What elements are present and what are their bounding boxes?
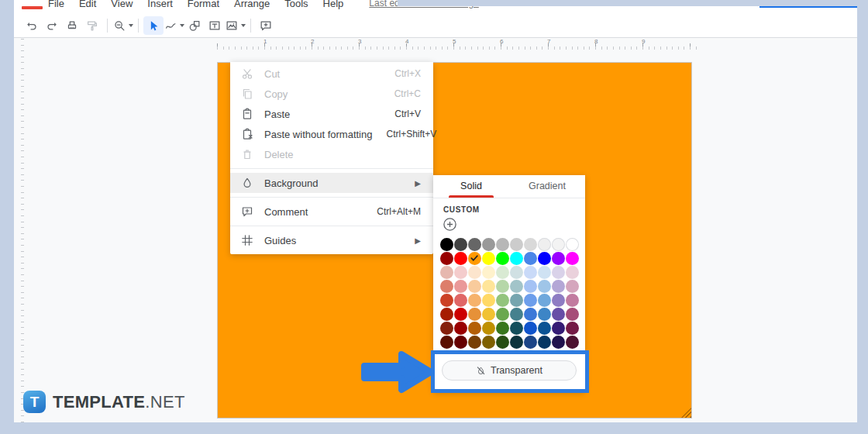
color-swatch[interactable]	[454, 280, 467, 293]
color-swatch[interactable]	[538, 266, 551, 279]
color-swatch[interactable]	[496, 252, 509, 265]
color-swatch[interactable]	[538, 308, 551, 321]
canvas-resize-grip[interactable]	[681, 408, 691, 418]
image-button[interactable]	[225, 16, 246, 35]
color-swatch[interactable]	[440, 238, 453, 251]
transparent-button[interactable]: Transparent	[442, 360, 577, 381]
color-swatch[interactable]	[440, 294, 453, 307]
line-button[interactable]	[164, 16, 184, 35]
select-button[interactable]	[143, 16, 164, 35]
context-menu-item-background[interactable]: Background▶	[230, 173, 433, 193]
context-menu-item-paste[interactable]: PasteCtrl+V	[230, 104, 433, 124]
color-swatch[interactable]	[496, 336, 509, 349]
color-swatch[interactable]	[566, 322, 579, 335]
color-swatch[interactable]	[510, 238, 523, 251]
color-swatch[interactable]	[552, 336, 565, 349]
redo-button[interactable]	[42, 16, 62, 35]
color-swatch[interactable]	[468, 308, 481, 321]
color-swatch[interactable]	[524, 266, 537, 279]
color-swatch[interactable]	[524, 238, 537, 251]
comment-button[interactable]	[256, 16, 276, 35]
tab-gradient[interactable]: Gradient	[509, 175, 585, 198]
color-swatch[interactable]	[468, 238, 481, 251]
color-swatch[interactable]	[454, 252, 467, 265]
color-swatch[interactable]	[552, 308, 565, 321]
color-swatch[interactable]	[482, 322, 495, 335]
color-swatch[interactable]	[566, 308, 579, 321]
color-swatch[interactable]	[468, 336, 481, 349]
print-button[interactable]	[62, 16, 82, 35]
color-swatch[interactable]	[482, 266, 495, 279]
color-swatch[interactable]	[482, 252, 495, 265]
context-menu-item-paste-without-formatting[interactable]: Paste without formattingCtrl+Shift+V	[230, 124, 433, 144]
color-swatch[interactable]	[552, 266, 565, 279]
color-swatch[interactable]	[440, 308, 453, 321]
color-swatch[interactable]	[468, 322, 481, 335]
color-swatch[interactable]	[454, 266, 467, 279]
color-swatch[interactable]	[538, 252, 551, 265]
color-swatch[interactable]	[538, 322, 551, 335]
color-swatch[interactable]	[510, 308, 523, 321]
color-swatch[interactable]	[538, 294, 551, 307]
color-swatch[interactable]	[440, 322, 453, 335]
color-swatch[interactable]	[538, 336, 551, 349]
color-swatch[interactable]	[566, 266, 579, 279]
paint-format-button[interactable]	[82, 16, 102, 35]
color-swatch[interactable]	[566, 280, 579, 293]
menu-view[interactable]: View	[111, 0, 133, 9]
menu-insert[interactable]: Insert	[147, 0, 173, 9]
color-swatch[interactable]	[496, 294, 509, 307]
color-swatch[interactable]	[468, 280, 481, 293]
color-swatch[interactable]	[510, 336, 523, 349]
color-swatch[interactable]	[454, 294, 467, 307]
color-swatch[interactable]	[524, 252, 537, 265]
color-swatch[interactable]	[496, 238, 509, 251]
menu-edit[interactable]: Edit	[79, 0, 96, 9]
color-swatch[interactable]	[468, 294, 481, 307]
context-menu-item-comment[interactable]: CommentCtrl+Alt+M	[230, 202, 433, 222]
color-swatch[interactable]	[440, 266, 453, 279]
dropdown-caret-icon[interactable]	[241, 24, 246, 27]
color-swatch[interactable]	[468, 266, 481, 279]
color-swatch[interactable]	[510, 266, 523, 279]
color-swatch[interactable]	[482, 294, 495, 307]
color-swatch[interactable]	[524, 308, 537, 321]
dropdown-caret-icon[interactable]	[129, 24, 133, 27]
color-swatch[interactable]	[454, 336, 467, 349]
color-swatch[interactable]	[482, 280, 495, 293]
context-menu-item-guides[interactable]: Guides▶	[230, 230, 433, 250]
menu-arrange[interactable]: Arrange	[234, 0, 270, 9]
color-swatch[interactable]	[496, 280, 509, 293]
text-box-button[interactable]	[205, 16, 225, 35]
color-swatch[interactable]	[440, 252, 453, 265]
undo-button[interactable]	[22, 16, 42, 35]
color-swatch[interactable]	[552, 322, 565, 335]
color-swatch[interactable]	[510, 294, 523, 307]
color-swatch[interactable]	[552, 252, 565, 265]
color-swatch[interactable]	[454, 308, 467, 321]
color-swatch[interactable]	[510, 322, 523, 335]
color-swatch[interactable]	[454, 322, 467, 335]
menu-file[interactable]: File	[48, 0, 64, 9]
color-swatch[interactable]	[440, 336, 453, 349]
color-swatch-selected[interactable]	[468, 252, 481, 265]
color-swatch[interactable]	[496, 308, 509, 321]
color-swatch[interactable]	[524, 280, 537, 293]
menu-help[interactable]: Help	[323, 0, 344, 9]
add-custom-color-icon[interactable]	[443, 217, 457, 232]
color-swatch[interactable]	[552, 294, 565, 307]
menu-tools[interactable]: Tools	[284, 0, 308, 9]
color-swatch[interactable]	[552, 280, 565, 293]
color-swatch[interactable]	[538, 238, 551, 251]
color-swatch[interactable]	[566, 336, 579, 349]
color-swatch[interactable]	[552, 238, 565, 251]
color-swatch[interactable]	[496, 266, 509, 279]
color-swatch[interactable]	[440, 280, 453, 293]
color-swatch[interactable]	[538, 280, 551, 293]
color-swatch[interactable]	[566, 252, 579, 265]
color-swatch[interactable]	[524, 294, 537, 307]
color-swatch[interactable]	[482, 308, 495, 321]
shape-button[interactable]	[184, 16, 205, 35]
color-swatch[interactable]	[510, 252, 523, 265]
color-swatch[interactable]	[496, 322, 509, 335]
